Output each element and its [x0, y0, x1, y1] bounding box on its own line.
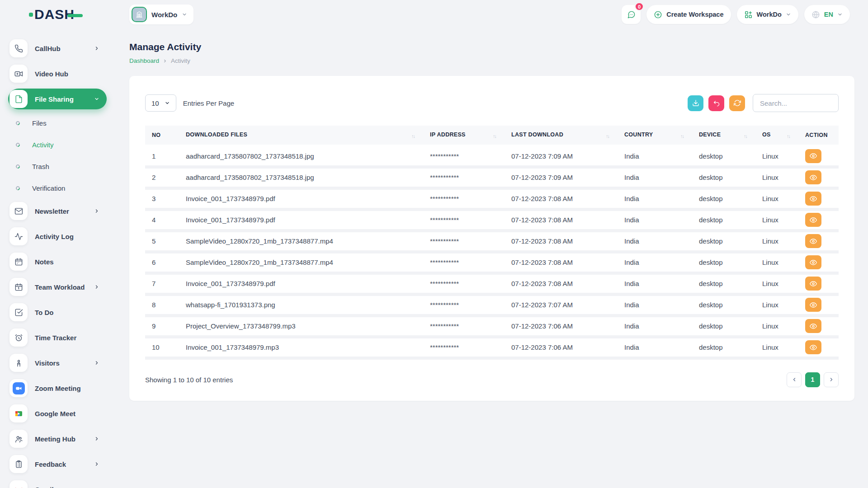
- column-header-last-download[interactable]: ↑↓LAST DOWNLOAD: [507, 126, 620, 145]
- cell-no: 1: [145, 145, 181, 167]
- view-button[interactable]: [805, 298, 821, 312]
- create-workspace-button[interactable]: Create Workspace: [646, 5, 731, 24]
- breadcrumb-dashboard-link[interactable]: Dashboard: [129, 57, 159, 64]
- page-1-button[interactable]: 1: [805, 372, 820, 387]
- sidebar-subitem-files[interactable]: Files: [8, 114, 107, 132]
- chevron-down-icon: [837, 12, 843, 17]
- sidebar-subitem-verification[interactable]: Verification: [8, 179, 107, 197]
- sidebar-item-team-workload[interactable]: Team Workload: [8, 277, 107, 297]
- check-square-icon: [9, 303, 28, 321]
- search-input[interactable]: [753, 94, 839, 112]
- sidebar-item-meeting-hub[interactable]: Meeting Hub: [8, 428, 107, 449]
- column-header-device[interactable]: ↑↓DEVICE: [694, 126, 758, 145]
- view-button[interactable]: [805, 170, 821, 184]
- cell-country: India: [620, 294, 694, 315]
- video-icon: [9, 65, 28, 83]
- sidebar-item-notes[interactable]: Notes: [8, 251, 107, 272]
- table-row: 6SampleVideo_1280x720_1mb_1737348877.mp4…: [145, 252, 839, 273]
- view-button[interactable]: [805, 213, 821, 227]
- breadcrumb-current: Activity: [171, 57, 190, 64]
- column-header-os[interactable]: ↑↓OS: [758, 126, 801, 145]
- refresh-button[interactable]: [729, 95, 745, 111]
- cell-ip-address: ***********: [425, 188, 507, 209]
- view-button[interactable]: [805, 192, 821, 206]
- column-header-downloaded-files[interactable]: ↑↓DOWNLOADED FILES: [181, 126, 425, 145]
- cell-last-download: 07-12-2023 7:09 AM: [507, 145, 620, 167]
- view-button[interactable]: [805, 149, 821, 163]
- cell-country: India: [620, 167, 694, 188]
- export-button[interactable]: [688, 95, 703, 111]
- activity-table-card: 10 Entries Per Page: [129, 76, 854, 401]
- cell-last-download: 07-12-2023 7:06 AM: [507, 315, 620, 337]
- view-button[interactable]: [805, 319, 821, 333]
- dot-icon: [15, 164, 21, 169]
- calendar1-icon: [9, 278, 28, 296]
- entries-summary: Showing 1 to 10 of 10 entries: [145, 376, 233, 384]
- brand-logo[interactable]: DASH: [29, 7, 97, 22]
- sidebar-subitem-trash[interactable]: Trash: [8, 157, 107, 175]
- cell-no: 6: [145, 252, 181, 273]
- sidebar-item-newsletter[interactable]: Newsletter: [8, 201, 107, 221]
- eye-icon: [810, 301, 817, 309]
- column-header-ip-address[interactable]: ↑↓IP ADDRESS: [425, 126, 507, 145]
- view-button[interactable]: [805, 340, 821, 354]
- cell-os: Linux: [758, 145, 801, 167]
- prev-page-button[interactable]: [787, 372, 802, 387]
- workspace-menu-button[interactable]: WorkDo: [737, 5, 798, 24]
- table-row: 8whatsapp-fi_1701931373.png***********07…: [145, 294, 839, 315]
- sidebar-item-zoom-meeting[interactable]: Zoom Meeting: [8, 378, 107, 399]
- next-page-button[interactable]: [824, 372, 839, 387]
- chevron-down-icon: [786, 12, 791, 17]
- table-actions: [688, 94, 839, 112]
- cell-downloaded-file: whatsapp-fi_1701931373.png: [181, 294, 425, 315]
- sidebar-item-time-tracker[interactable]: Time Tracker: [8, 327, 107, 348]
- sidebar-item-google-meet[interactable]: Google Meet: [8, 403, 107, 424]
- clipboard-icon: [9, 455, 28, 473]
- cell-device: desktop: [694, 273, 758, 294]
- pagination: 1: [787, 372, 839, 387]
- sidebar-item-feedback[interactable]: Feedback: [8, 454, 107, 474]
- sidebar-item-file-sharing[interactable]: File Sharing: [8, 89, 107, 109]
- sort-icon: ↑↓: [493, 133, 502, 139]
- sidebar-item-activity-log[interactable]: Activity Log: [8, 226, 107, 247]
- cell-no: 9: [145, 315, 181, 337]
- sidebar-item-to-do[interactable]: To Do: [8, 302, 107, 323]
- entries-per-page-select[interactable]: 10: [145, 94, 176, 112]
- cell-no: 7: [145, 273, 181, 294]
- eye-icon: [810, 238, 817, 245]
- sort-icon: ↑↓: [411, 133, 421, 139]
- view-button[interactable]: [805, 277, 821, 291]
- view-button[interactable]: [805, 255, 821, 269]
- cell-last-download: 07-12-2023 7:07 AM: [507, 294, 620, 315]
- sidebar-item-gmail[interactable]: Gmail: [8, 479, 107, 488]
- chevron-right-icon: [94, 208, 99, 214]
- cell-ip-address: ***********: [425, 315, 507, 337]
- plus-circle-icon: [654, 10, 662, 19]
- workspace-selector[interactable]: WorkDo: [129, 5, 193, 24]
- calendar-icon: [9, 253, 28, 271]
- meet-icon: [9, 404, 28, 422]
- undo-button[interactable]: [708, 95, 724, 111]
- cell-no: 3: [145, 188, 181, 209]
- sort-icon: ↑↓: [680, 133, 690, 139]
- table-row: 9Project_Overview_1737348799.mp3********…: [145, 315, 839, 337]
- eye-icon: [810, 195, 817, 202]
- cell-ip-address: ***********: [425, 337, 507, 358]
- chevron-right-icon: [94, 46, 99, 51]
- sidebar-item-callhub[interactable]: CallHub: [8, 38, 107, 59]
- cell-last-download: 07-12-2023 7:08 AM: [507, 273, 620, 294]
- chevron-down-icon: [165, 100, 170, 106]
- dot-icon: [15, 185, 21, 191]
- cell-device: desktop: [694, 145, 758, 167]
- language-selector[interactable]: EN: [804, 5, 850, 24]
- sidebar-item-video-hub[interactable]: Video Hub: [8, 63, 107, 84]
- cell-country: India: [620, 252, 694, 273]
- column-header-country[interactable]: ↑↓COUNTRY: [620, 126, 694, 145]
- view-button[interactable]: [805, 234, 821, 248]
- entries-per-page-label: Entries Per Page: [183, 99, 234, 107]
- sidebar-item-visitors[interactable]: Visitors: [8, 352, 107, 373]
- cell-last-download: 07-12-2023 7:08 AM: [507, 188, 620, 209]
- sidebar-subitem-activity[interactable]: Activity: [8, 136, 107, 154]
- grid-plus-icon: [744, 10, 753, 19]
- messages-button[interactable]: 0: [622, 5, 641, 24]
